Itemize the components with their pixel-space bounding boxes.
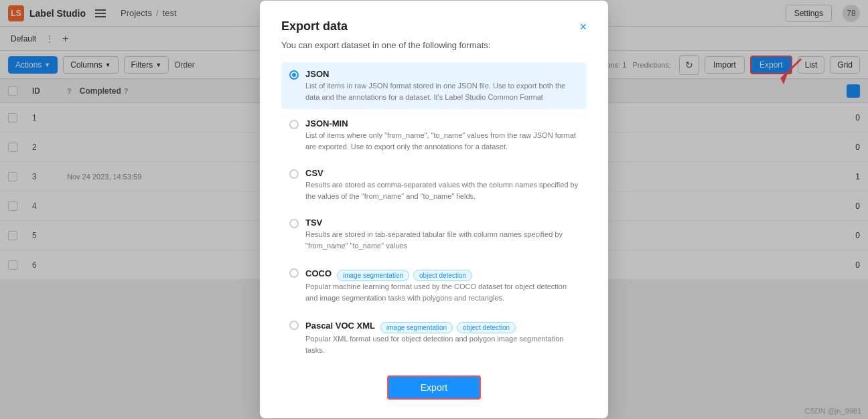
format-desc-coco: Popular machine learning format used by …: [305, 281, 579, 303]
format-desc-csv: Results are stored as comma-separated va…: [305, 179, 579, 201]
format-desc-json: List of items in raw JSON format stored …: [305, 80, 579, 102]
radio-json[interactable]: [289, 70, 299, 80]
format-desc-tsv: Results are stored in tab-separated tabu…: [305, 229, 579, 251]
format-item-csv[interactable]: CSV Results are stored as comma-separate…: [281, 161, 587, 208]
modal-overlay: Export data × You can export dataset in …: [0, 0, 868, 419]
format-name-pascal-voc: Pascal VOC XML: [305, 321, 375, 331]
radio-json-min[interactable]: [289, 120, 299, 129]
export-modal: Export data × You can export dataset in …: [260, 1, 608, 418]
format-item-tsv[interactable]: TSV Results are stored in tab-separated …: [281, 211, 587, 258]
format-item-json-min[interactable]: JSON-MIN List of items where only "from_…: [281, 112, 587, 159]
format-item-coco[interactable]: COCO image segmentation object detection…: [281, 260, 587, 310]
format-desc-pascal-voc: Popular XML format used for object detec…: [305, 333, 579, 355]
modal-footer: Export: [281, 375, 587, 400]
radio-tsv[interactable]: [289, 219, 299, 228]
modal-header: Export data ×: [281, 19, 587, 33]
format-name-tsv: TSV: [305, 218, 579, 228]
tag-image-segmentation-coco: image segmentation: [337, 270, 409, 281]
export-modal-button[interactable]: Export: [387, 375, 481, 400]
tag-object-detection-pascal: object detection: [457, 322, 516, 333]
format-name-json: JSON: [305, 69, 579, 79]
format-tags-coco: image segmentation object detection: [337, 270, 472, 281]
format-tags-pascal-voc: image segmentation object detection: [380, 322, 516, 333]
format-item-pascal-voc[interactable]: Pascal VOC XML image segmentation object…: [281, 313, 587, 362]
format-name-json-min: JSON-MIN: [305, 118, 579, 129]
format-name-csv: CSV: [305, 168, 579, 178]
format-content-csv: CSV Results are stored as comma-separate…: [305, 168, 579, 201]
format-content-tsv: TSV Results are stored in tab-separated …: [305, 218, 579, 251]
modal-title: Export data: [281, 19, 348, 33]
radio-coco[interactable]: [289, 268, 299, 278]
radio-csv[interactable]: [289, 169, 299, 179]
tag-image-segmentation-pascal: image segmentation: [380, 322, 453, 333]
radio-pascal-voc[interactable]: [289, 321, 299, 330]
format-content-pascal-voc: Pascal VOC XML image segmentation object…: [305, 319, 579, 355]
format-content-coco: COCO image segmentation object detection…: [305, 267, 579, 303]
format-item-json[interactable]: JSON List of items in raw JSON format st…: [281, 62, 587, 109]
modal-close-button[interactable]: ×: [579, 21, 587, 33]
modal-subtitle: You can export dataset in one of the fol…: [281, 40, 587, 50]
format-name-coco: COCO: [305, 268, 332, 278]
format-content-json: JSON List of items in raw JSON format st…: [305, 69, 579, 102]
format-desc-json-min: List of items where only "from_name", "t…: [305, 130, 579, 152]
format-content-json-min: JSON-MIN List of items where only "from_…: [305, 118, 579, 152]
tag-object-detection-coco: object detection: [413, 270, 472, 281]
